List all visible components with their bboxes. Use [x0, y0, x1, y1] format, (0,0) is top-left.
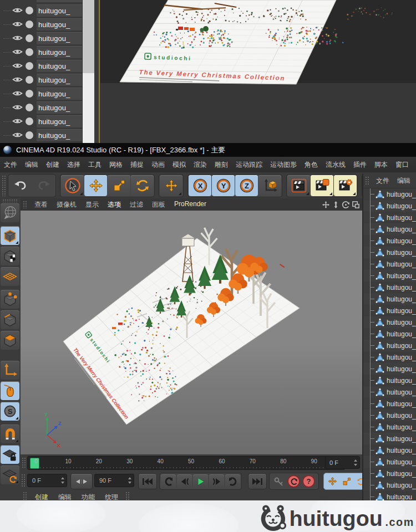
- object-label[interactable]: huitugou_: [37, 32, 83, 44]
- material-grip[interactable]: [23, 492, 28, 500]
- current-frame-dropdown[interactable]: 0 F: [325, 456, 360, 469]
- material-menu-item[interactable]: 创建: [30, 491, 53, 500]
- menu-item[interactable]: 网格: [105, 160, 126, 170]
- polygons-mode-button[interactable]: [1, 331, 19, 350]
- render-settings-button[interactable]: [334, 175, 357, 196]
- next-frame-button[interactable]: [209, 474, 224, 488]
- move-tool-button[interactable]: [84, 175, 107, 196]
- menu-item[interactable]: 脚本: [371, 160, 392, 170]
- object-label[interactable]: huitugou_: [37, 101, 83, 114]
- viewport-pan-icon[interactable]: [322, 201, 330, 209]
- visibility-eye-icon[interactable]: [12, 104, 23, 111]
- points-mode-button[interactable]: [1, 290, 19, 309]
- visibility-eye-icon[interactable]: [12, 48, 23, 55]
- menu-item[interactable]: 帮: [413, 160, 416, 170]
- object-label[interactable]: huitugou_: [37, 18, 83, 30]
- object-tree-item[interactable]: huitugou_: [363, 421, 416, 433]
- last-used-tool-button[interactable]: [160, 175, 182, 196]
- material-menu-item[interactable]: 编辑: [53, 491, 77, 500]
- keyframe-help-button[interactable]: ?: [301, 475, 316, 488]
- object-tree-item[interactable]: huitugou_: [363, 282, 416, 293]
- render-dot-toggle[interactable]: [26, 62, 33, 70]
- object-tree-item[interactable]: huitugou_: [363, 479, 416, 491]
- menu-item[interactable]: 动画: [148, 160, 169, 170]
- menu-item[interactable]: 雕刻: [211, 160, 232, 170]
- menu-item[interactable]: 选择: [63, 160, 84, 170]
- render-dot-toggle[interactable]: [26, 21, 33, 28]
- viewport-menu-item[interactable]: 过滤: [125, 200, 148, 209]
- workplane-orient-button[interactable]: [1, 466, 19, 484]
- render-dot-toggle[interactable]: [26, 48, 33, 56]
- visibility-eye-icon[interactable]: [12, 90, 23, 97]
- visibility-eye-icon[interactable]: [12, 21, 23, 28]
- previous-frame-button[interactable]: [177, 474, 192, 488]
- material-menu-item[interactable]: 纹理: [100, 491, 123, 500]
- edges-mode-button[interactable]: [1, 310, 19, 329]
- object-tree-item[interactable]: huitugou_: [363, 456, 416, 468]
- material-menu-item[interactable]: 功能: [77, 491, 100, 500]
- menu-item[interactable]: 文件: [0, 160, 21, 170]
- visibility-eye-icon[interactable]: [12, 131, 23, 139]
- menu-item[interactable]: 插件: [349, 160, 371, 170]
- menu-item[interactable]: 窗口: [392, 160, 413, 170]
- object-tree-item[interactable]: huitugou_: [363, 235, 416, 247]
- coordinates-grip[interactable]: [125, 492, 130, 500]
- object-tree-item[interactable]: huitugou_: [363, 444, 416, 456]
- object-tree-item[interactable]: huitugou_: [363, 247, 416, 258]
- scrollbar-track[interactable]: [82, 0, 94, 143]
- menu-item[interactable]: 捕捉: [126, 160, 148, 170]
- viewport-zoom-icon[interactable]: [332, 201, 340, 209]
- object-tree-item[interactable]: huitugou_: [363, 258, 416, 270]
- menu-item[interactable]: 创建: [42, 160, 63, 170]
- visibility-eye-icon[interactable]: [12, 7, 23, 14]
- snap-magnet-button[interactable]: [1, 424, 19, 443]
- render-dot-toggle[interactable]: [26, 76, 33, 84]
- object-manager-grip[interactable]: [365, 176, 370, 185]
- tweak-mode-button[interactable]: [1, 381, 19, 400]
- object-label[interactable]: huitugou_: [37, 4, 83, 17]
- make-editable-button[interactable]: [1, 203, 19, 222]
- go-to-start-button[interactable]: [138, 473, 157, 489]
- axis-mode-button[interactable]: [1, 361, 19, 380]
- object-tree-item[interactable]: huitugou_: [363, 375, 416, 386]
- undo-button[interactable]: [9, 175, 32, 196]
- menu-item[interactable]: 工具: [84, 160, 105, 170]
- autokey-button[interactable]: [286, 475, 301, 488]
- top-viewport[interactable]: studiochi The Very Merry Christmas Colle…: [100, 0, 416, 143]
- workplane-mode-button[interactable]: [1, 267, 19, 286]
- render-dot-toggle[interactable]: [26, 117, 33, 125]
- object-tree-item[interactable]: huitugou_: [363, 223, 416, 235]
- object-manager-menu-item[interactable]: 编辑: [393, 176, 414, 186]
- object-label[interactable]: huitugou_: [37, 115, 83, 127]
- viewport-menu-item[interactable]: 面板: [148, 200, 170, 209]
- timeline-ruler[interactable]: 0102030405060708090: [27, 456, 345, 470]
- viewport-menu-item[interactable]: 查看: [30, 200, 52, 209]
- viewport-menu-item[interactable]: 选项: [103, 200, 125, 209]
- menu-item[interactable]: 运动跟踪: [232, 160, 266, 170]
- viewport-menu-item[interactable]: 摄像机: [52, 200, 81, 209]
- visibility-eye-icon[interactable]: [12, 34, 23, 42]
- spinner-arrows-icon[interactable]: [60, 477, 65, 484]
- viewport-canvas[interactable]: studiochi The Very Merry Christmas Colle…: [21, 211, 362, 454]
- object-tree-item[interactable]: huitugou_: [363, 340, 416, 351]
- object-tree-item[interactable]: huitugou_: [363, 363, 416, 375]
- z-axis-lock-button[interactable]: Z: [235, 175, 258, 196]
- palette-grip[interactable]: [2, 199, 18, 202]
- viewport-rotate-icon[interactable]: [342, 201, 350, 209]
- object-tree-item[interactable]: huitugou_: [363, 351, 416, 363]
- position-key-filter-button[interactable]: [326, 474, 339, 488]
- object-tree-item[interactable]: huitugou_: [363, 328, 416, 340]
- object-tree-item[interactable]: huitugou_: [363, 433, 416, 444]
- timeline-grip[interactable]: [22, 457, 26, 468]
- spinner-arrows-icon[interactable]: [128, 477, 132, 484]
- object-tree-item[interactable]: huitugou_: [363, 316, 416, 328]
- end-frame-field[interactable]: 90 F: [94, 474, 134, 487]
- object-tree-item[interactable]: huitugou_: [363, 491, 416, 500]
- lock-workplane-button[interactable]: [1, 445, 19, 464]
- render-picture-viewer-button[interactable]: [311, 175, 333, 196]
- menu-item[interactable]: 运动图形: [266, 160, 301, 170]
- scrollbar-thumb[interactable]: [83, 0, 94, 73]
- toolbar-grip[interactable]: [2, 175, 7, 196]
- menu-item[interactable]: 流水线: [322, 160, 349, 170]
- render-view-button[interactable]: [287, 175, 310, 196]
